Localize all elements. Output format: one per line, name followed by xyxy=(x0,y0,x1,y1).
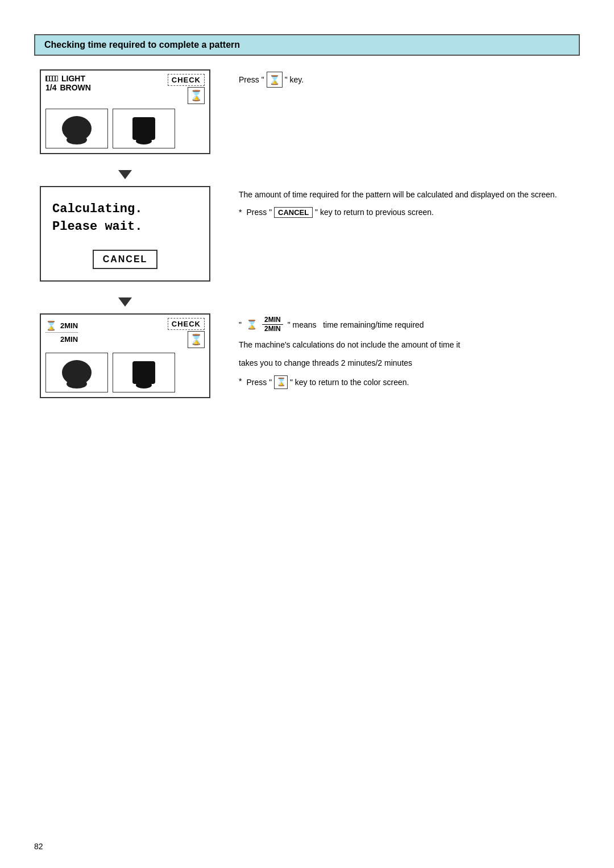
svg-point-7 xyxy=(136,382,152,388)
means-text: " means time remaining/time required xyxy=(288,320,424,329)
means-fraction: 2MIN 2MIN xyxy=(262,316,283,334)
cancel-note: * Press " CANCEL " key to return to prev… xyxy=(239,206,580,218)
thumb-4 xyxy=(113,353,175,392)
arrow-1-wrapper xyxy=(34,168,216,181)
threads-note-text: takes you to change threads 2 minutes/2 … xyxy=(239,357,580,369)
pattern-svg-4 xyxy=(124,356,164,390)
cancel-inline-key: CANCEL xyxy=(274,207,313,218)
screen1-row2: 1/4 BROWN xyxy=(45,83,91,92)
pattern-svg-3 xyxy=(57,356,97,390)
thumb-3 xyxy=(45,353,108,392)
pattern-svg-2 xyxy=(124,111,164,146)
right-col-1: Press " ⌛ " key. xyxy=(239,69,580,154)
means-line: " ⌛ 2MIN 2MIN " means time remaining/tim… xyxy=(239,316,580,334)
press-text-1: Press " xyxy=(239,75,264,84)
arrow-2-wrapper xyxy=(34,295,216,309)
screen1-top: LIGHT 1/4 BROWN CHECK ⌛ xyxy=(41,71,209,104)
hourglass-button-1[interactable]: ⌛ xyxy=(188,87,205,104)
page-number: 82 xyxy=(34,842,43,851)
return-note: * Press " ⌛ " key to return to the color… xyxy=(239,375,580,389)
hourglass-button-3[interactable]: ⌛ xyxy=(188,331,205,348)
svg-point-3 xyxy=(136,138,152,144)
bullet-star-1: * xyxy=(239,206,242,218)
row-3: ⌛ 2MIN ⌛ 2MIN CHECK ⌛ xyxy=(34,313,580,398)
time-row-bottom: ⌛ 2MIN xyxy=(45,334,78,345)
cancel-btn-container: CANCEL xyxy=(52,247,198,269)
arrow-1-container xyxy=(34,168,580,181)
row-1: LIGHT 1/4 BROWN CHECK ⌛ xyxy=(34,69,580,154)
press-text-1-suffix: " key. xyxy=(285,75,304,84)
left-col-1: LIGHT 1/4 BROWN CHECK ⌛ xyxy=(34,69,216,154)
svg-rect-2 xyxy=(132,117,155,140)
thread-fraction: 1/4 xyxy=(45,83,56,92)
left-col-2: Calculating. Please wait. CANCEL xyxy=(34,186,216,282)
color-label-line1: LIGHT xyxy=(61,74,85,83)
means-hourglass: ⌛ xyxy=(246,319,258,330)
time-row-top: ⌛ 2MIN xyxy=(45,320,78,333)
screen3-right: CHECK ⌛ xyxy=(168,318,205,348)
row-2: Calculating. Please wait. CANCEL The amo… xyxy=(34,186,580,282)
machine-calc-text: The machine's calculations do not includ… xyxy=(239,338,580,351)
screen3-top: ⌛ 2MIN ⌛ 2MIN CHECK ⌛ xyxy=(41,315,209,348)
calc-line2: Please wait. xyxy=(52,218,198,236)
hourglass-key-return: ⌛ xyxy=(274,375,288,389)
time-top: 2MIN xyxy=(60,321,78,330)
return-note-text: Press " ⌛ " key to return to the color s… xyxy=(246,375,409,389)
cancel-button[interactable]: CANCEL xyxy=(93,250,158,269)
right-col-3: " ⌛ 2MIN 2MIN " means time remaining/tim… xyxy=(239,313,580,398)
press-line-1: Press " ⌛ " key. xyxy=(239,72,580,88)
arrow-down-1 xyxy=(118,170,132,179)
thumb-2 xyxy=(113,109,175,148)
pattern-svg-1 xyxy=(57,111,97,146)
ruler-icon xyxy=(45,76,58,81)
screen-3: ⌛ 2MIN ⌛ 2MIN CHECK ⌛ xyxy=(40,313,210,398)
hourglass-icon-3: ⌛ xyxy=(45,320,57,331)
cancel-note-text: Press " CANCEL " key to return to previo… xyxy=(246,206,433,218)
calc-screen: Calculating. Please wait. CANCEL xyxy=(40,186,210,282)
arrow-down-2 xyxy=(118,297,132,307)
screen3-thumbnails xyxy=(41,348,209,397)
thumb-1 xyxy=(45,109,108,148)
svg-rect-6 xyxy=(132,361,155,384)
svg-point-5 xyxy=(67,379,87,388)
screen1-row1: LIGHT xyxy=(45,74,91,83)
arrow-2-container xyxy=(34,295,580,309)
means-top: 2MIN xyxy=(262,316,283,325)
screen1-thumbnails xyxy=(41,104,209,153)
screen1-info: LIGHT 1/4 BROWN xyxy=(45,74,91,104)
means-bottom: 2MIN xyxy=(262,325,283,334)
check-button-1[interactable]: CHECK xyxy=(168,74,205,86)
screen-1: LIGHT 1/4 BROWN CHECK ⌛ xyxy=(40,69,210,154)
calc-line1: Calculating. xyxy=(52,201,198,218)
left-col-3: ⌛ 2MIN ⌛ 2MIN CHECK ⌛ xyxy=(34,313,216,398)
right-col-2: The amount of time required for the patt… xyxy=(239,186,580,282)
color-label-line2: BROWN xyxy=(60,83,90,92)
svg-point-1 xyxy=(67,135,87,144)
screen3-left: ⌛ 2MIN ⌛ 2MIN xyxy=(45,318,78,348)
time-bottom: 2MIN xyxy=(60,335,78,344)
means-quote-open: " xyxy=(239,320,242,329)
screen1-right: CHECK ⌛ xyxy=(168,74,205,104)
bullet-star-2: * xyxy=(239,375,242,387)
calc-text: Calculating. Please wait. xyxy=(52,201,198,236)
calc-desc-text: The amount of time required for the patt… xyxy=(239,188,580,201)
check-button-3[interactable]: CHECK xyxy=(168,318,205,330)
hourglass-key-icon: ⌛ xyxy=(267,72,283,88)
section-header: Checking time required to complete a pat… xyxy=(34,34,580,56)
